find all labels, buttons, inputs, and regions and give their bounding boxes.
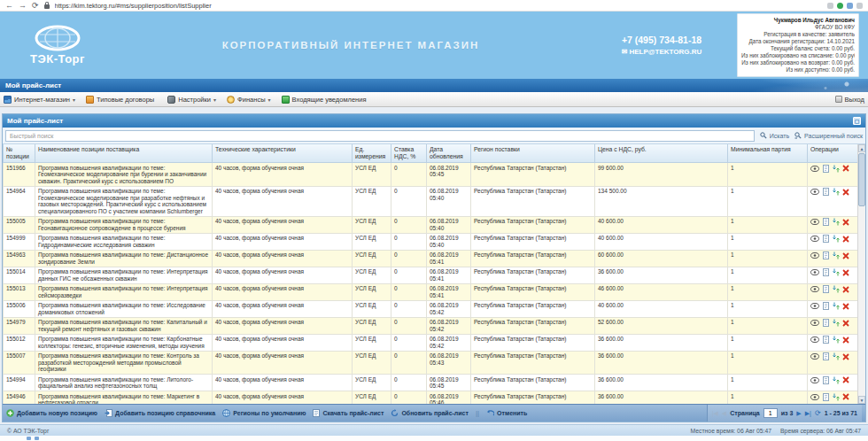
- table-row[interactable]: 154999 Программа повышения квалификации …: [4, 233, 859, 250]
- copy-icon[interactable]: [823, 319, 829, 327]
- table-row[interactable]: 154994 Программа повышения квалификации …: [4, 375, 859, 391]
- table-row[interactable]: 154963 Программа повышения квалификации …: [4, 250, 859, 267]
- copy-icon[interactable]: [823, 235, 829, 243]
- delete-icon[interactable]: [842, 376, 849, 383]
- delete-icon[interactable]: [842, 320, 849, 327]
- delete-icon[interactable]: [842, 165, 849, 172]
- stats-icon[interactable]: [833, 188, 840, 196]
- table-row[interactable]: 155006 Программа повышения квалификации …: [4, 300, 859, 317]
- delete-icon[interactable]: [842, 252, 849, 259]
- copy-icon[interactable]: [823, 188, 829, 196]
- next-page-icon[interactable]: ▶: [796, 410, 801, 417]
- copy-icon[interactable]: [823, 251, 829, 259]
- support-email[interactable]: ✉HELP@TEKTORG.RU: [595, 48, 728, 56]
- copy-icon[interactable]: [823, 393, 829, 401]
- stats-icon[interactable]: [833, 336, 840, 344]
- delete-icon[interactable]: [842, 286, 849, 293]
- browser-back-icon[interactable]: ←: [5, 2, 13, 10]
- stats-icon[interactable]: [833, 235, 840, 243]
- table-row[interactable]: 155013 Программа повышения квалификации …: [4, 283, 859, 300]
- view-icon[interactable]: [810, 377, 819, 383]
- browser-menu-icon[interactable]: [856, 3, 863, 9]
- copy-icon[interactable]: [823, 376, 829, 384]
- menu-standard-contracts[interactable]: Типовые договоры: [86, 96, 157, 104]
- copy-icon[interactable]: [823, 285, 829, 293]
- delete-icon[interactable]: [842, 303, 849, 310]
- view-icon[interactable]: [810, 394, 819, 400]
- profile-icon[interactable]: [847, 3, 853, 9]
- scroll-down-icon[interactable]: ▼: [858, 396, 865, 404]
- col-update-date[interactable]: Дата обновления: [427, 144, 471, 163]
- stats-icon[interactable]: [833, 285, 840, 293]
- table-row[interactable]: 154979 Программа повышения квалификации …: [4, 317, 859, 334]
- last-page-icon[interactable]: ▶|: [805, 410, 811, 417]
- table-row[interactable]: 155014 Программа повышения квалификации …: [4, 267, 859, 283]
- col-vat-rate[interactable]: Ставка НДС, %: [391, 144, 427, 163]
- col-position-number[interactable]: № позиции: [4, 144, 35, 163]
- table-row[interactable]: 155007 Программа повышения квалификации …: [4, 351, 859, 375]
- view-icon[interactable]: [810, 189, 819, 195]
- add-new-position-button[interactable]: Добавить новую позицию: [6, 409, 97, 417]
- view-icon[interactable]: [810, 303, 819, 309]
- col-tech-specs[interactable]: Технические характеристики: [213, 144, 353, 163]
- scroll-up-icon[interactable]: ▲: [858, 144, 865, 152]
- stats-icon[interactable]: [833, 376, 840, 384]
- delete-icon[interactable]: [842, 236, 849, 243]
- browser-forward-icon[interactable]: →: [19, 2, 27, 10]
- footer-icon-2[interactable]: [35, 437, 39, 440]
- table-row[interactable]: 151966 Программа повышения квалификации …: [4, 163, 859, 187]
- stats-icon[interactable]: [833, 302, 840, 310]
- search-button[interactable]: Искать: [760, 132, 789, 139]
- col-supplier-item-name[interactable]: Наименование позиции поставщика: [35, 144, 213, 163]
- menu-finance[interactable]: Финансы▾: [227, 96, 271, 104]
- refresh-price-list-button[interactable]: Обновить прайс-лист: [391, 409, 469, 417]
- stats-icon[interactable]: [833, 393, 840, 401]
- panel-collapse-button[interactable]: ▢: [853, 117, 861, 125]
- footer-icon-1[interactable]: [27, 437, 31, 440]
- address-bar[interactable]: https://kim.tektorg.ru/#ms/supplierposit…: [55, 2, 822, 10]
- copy-icon[interactable]: [823, 268, 829, 276]
- advanced-search-button[interactable]: Расширенный поиск: [794, 132, 863, 139]
- add-reference-position-button[interactable]: Добавить позицию справочника: [105, 409, 215, 417]
- delete-icon[interactable]: [842, 219, 849, 226]
- copy-icon[interactable]: [823, 218, 829, 226]
- view-icon[interactable]: [810, 252, 819, 259]
- view-icon[interactable]: [810, 353, 819, 360]
- download-price-list-button[interactable]: Скачать прайс-лист: [313, 409, 384, 417]
- col-delivery-region[interactable]: Регион поставки: [471, 144, 595, 163]
- copy-icon[interactable]: [823, 336, 829, 344]
- view-icon[interactable]: [810, 236, 819, 242]
- browser-refresh-icon[interactable]: ⟳: [32, 2, 39, 10]
- col-min-batch[interactable]: Минимальная партия: [728, 144, 808, 163]
- table-row[interactable]: 154964 Программа повышения квалификации …: [4, 186, 859, 216]
- stats-icon[interactable]: [833, 218, 840, 226]
- pager-refresh-icon[interactable]: ⟳: [815, 410, 821, 417]
- menu-internet-shop[interactable]: Интернет-магазин▾: [4, 96, 75, 104]
- col-unit[interactable]: Ед. измерения: [353, 144, 391, 163]
- table-scrollbar[interactable]: ▲ ▼: [857, 144, 865, 404]
- view-icon[interactable]: [810, 166, 819, 172]
- scrollbar-thumb[interactable]: [858, 153, 865, 206]
- menu-incoming-notifications[interactable]: Входящие уведомления: [282, 96, 367, 104]
- view-icon[interactable]: [810, 337, 819, 343]
- stats-icon[interactable]: [833, 352, 840, 360]
- delete-icon[interactable]: [842, 269, 849, 276]
- table-row[interactable]: 154946 Программа повышения квалификации …: [4, 391, 859, 405]
- delete-icon[interactable]: [842, 337, 849, 344]
- delete-icon[interactable]: [842, 189, 849, 196]
- menu-settings[interactable]: Настройки▾: [167, 96, 216, 104]
- view-icon[interactable]: [810, 219, 819, 225]
- page-input[interactable]: [763, 408, 778, 418]
- stats-icon[interactable]: [833, 319, 840, 327]
- copy-icon[interactable]: [823, 302, 829, 310]
- delete-icon[interactable]: [842, 353, 849, 360]
- stats-icon[interactable]: [833, 251, 840, 259]
- table-row[interactable]: 155005 Программа повышения квалификации …: [4, 216, 859, 233]
- first-page-icon[interactable]: |◀: [712, 410, 718, 417]
- status-dot-icon[interactable]: [837, 3, 843, 9]
- view-icon[interactable]: [810, 320, 819, 326]
- col-price-with-vat[interactable]: Цена с НДС, руб.: [595, 144, 728, 163]
- view-icon[interactable]: [810, 286, 819, 292]
- cancel-button[interactable]: Отменить: [486, 410, 527, 417]
- stats-icon[interactable]: [833, 268, 840, 276]
